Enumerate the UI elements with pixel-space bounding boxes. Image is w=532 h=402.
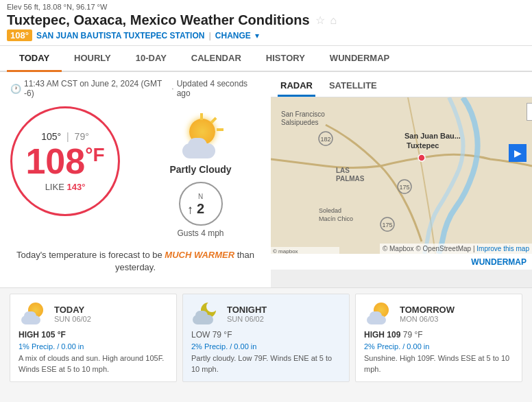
svg-text:Salsipuedes: Salsipuedes (281, 119, 318, 126)
card-low-tonight: LOW 79 °F (191, 330, 232, 340)
attribution-text: © Mapbox © OpenStreetMap | (383, 245, 476, 252)
map-tab-radar[interactable]: RADAR (278, 76, 315, 97)
left-panel: 🕐 11:43 AM CST on June 2, 2024 (GMT -6) … (0, 72, 271, 287)
card-header-tomorrow: TOMORROW MON 06/03 (364, 301, 513, 326)
mini-cloud-icon-tomorrow (367, 316, 386, 324)
card-date-tomorrow: MON 06/03 (400, 315, 455, 323)
map-area: 182 175 175 San Francisco Salsipuedes LA… (271, 97, 532, 254)
svg-text:Soledad: Soledad (319, 207, 341, 214)
updated-text: · (171, 84, 173, 93)
feels-like: LIKE 143° (45, 182, 86, 192)
card-low-tomorrow: 79 °F (403, 330, 423, 340)
forecast-card-today: TODAY SUN 06/02 HIGH 105 °F 1% Precip. /… (10, 294, 177, 382)
nav-tabs: TODAY HOURLY 10-DAY CALENDAR HISTORY WUN… (0, 46, 532, 72)
forecast-cards: TODAY SUN 06/02 HIGH 105 °F 1% Precip. /… (0, 287, 532, 388)
svg-text:182: 182 (320, 136, 330, 143)
wind-direction-label: N (198, 193, 203, 200)
svg-text:San Francisco: San Francisco (281, 110, 325, 118)
page-title: Tuxtepec, Oaxaca, Mexico Weather Conditi… (7, 12, 310, 28)
card-date-today: SUN 06/02 (54, 315, 91, 323)
tab-wundermap[interactable]: WUNDERMAP (317, 46, 402, 72)
feels-like-label: LIKE (45, 182, 64, 192)
conditions-panel: Partly Cloudy N 2 ↓ Gusts 4 mph (141, 106, 261, 238)
station-temp-badge: 108° (7, 29, 32, 41)
wundermap-button[interactable]: WUNDERMAP (471, 257, 527, 267)
clock-icon: 🕐 (10, 84, 21, 94)
forecast-card-tomorrow: TOMORROW MON 06/03 HIGH 109 79 °F 2% Pre… (355, 294, 522, 382)
tab-hourly[interactable]: HOURLY (62, 46, 123, 72)
forecast-card-tonight: TONIGHT SUN 06/02 LOW 79 °F 2% Precip. /… (182, 294, 350, 382)
card-precip-tomorrow[interactable]: 2% Precip. / 0.00 in (364, 342, 513, 351)
map-expand-button[interactable]: ▶ (509, 144, 527, 162)
timestamp: 🕐 11:43 AM CST on June 2, 2024 (GMT -6) … (10, 79, 261, 98)
tab-calendar[interactable]: CALENDAR (179, 46, 254, 72)
card-precip-tonight[interactable]: 2% Precip. / 0.00 in (191, 342, 341, 351)
svg-text:© mapbox: © mapbox (273, 248, 298, 254)
favorite-icon[interactable]: ☆ (315, 14, 325, 27)
tab-10day[interactable]: 10-DAY (123, 46, 179, 72)
tab-history[interactable]: HISTORY (254, 46, 317, 72)
map-zoom-out-button[interactable]: − (527, 103, 532, 121)
card-temps-tomorrow: HIGH 109 79 °F (364, 330, 513, 340)
card-temps-tonight: LOW 79 °F (191, 330, 341, 340)
map-attribution: © Mapbox © OpenStreetMap | Improve this … (380, 244, 532, 254)
wundermap-link: WUNDERMAP (271, 254, 532, 270)
feels-like-value: 143° (66, 182, 85, 192)
tomorrow-weather-icon (364, 301, 394, 326)
card-desc-today: A mix of clouds and sun. High around 105… (19, 353, 168, 375)
tab-today[interactable]: TODAY (7, 46, 62, 72)
change-link[interactable]: CHANGE (215, 31, 251, 40)
svg-text:Tuxtepec: Tuxtepec (407, 141, 439, 150)
card-precip-today[interactable]: 1% Precip. / 0.00 in (19, 342, 168, 351)
home-icon[interactable]: ⌂ (330, 14, 337, 27)
mini-moon-cloud-icon (193, 315, 213, 324)
cloud-icon (182, 143, 215, 158)
card-day-tomorrow: TOMORROW (400, 305, 455, 315)
temp-circle: 105° | 79° 108°F LIKE 143° (10, 106, 120, 216)
temp-low: 79° (75, 131, 89, 142)
svg-text:PALMAS: PALMAS (336, 175, 365, 182)
forecast-text-part1: Today's temperature is forecast to be (16, 250, 165, 260)
svg-text:Macín Chico: Macín Chico (319, 215, 353, 222)
separator: | (208, 30, 210, 40)
svg-text:San Juan Bau...: San Juan Bau... (404, 132, 461, 140)
map-svg: 182 175 175 San Francisco Salsipuedes LA… (271, 97, 532, 254)
temp-high: 105° (41, 131, 61, 142)
temp-range: 105° | 79° (41, 131, 89, 142)
card-high-tomorrow: HIGH 109 (364, 330, 400, 340)
svg-text:LAS: LAS (336, 167, 350, 174)
main-temperature: 108°F (25, 143, 104, 179)
map-tabs: RADAR SATELLITE (271, 72, 532, 97)
svg-text:175: 175 (382, 222, 392, 228)
tonight-weather-icon (191, 301, 221, 326)
svg-text:175: 175 (399, 184, 409, 191)
temp-unit: °F (85, 143, 104, 165)
wind-speed-value: 2 (197, 202, 204, 215)
wind-arrow-icon: ↓ (187, 204, 193, 218)
separator: | (66, 131, 69, 142)
chevron-down-icon: ▾ (255, 31, 259, 40)
temp-value: 108 (25, 141, 85, 181)
forecast-text: Today's temperature is forecast to be MU… (10, 249, 261, 274)
weather-display: 105° | 79° 108°F LIKE 143° (10, 106, 261, 238)
card-desc-tonight: Partly cloudy. Low 79F. Winds ENE at 5 t… (191, 353, 341, 375)
wind-compass: N 2 ↓ (179, 182, 223, 226)
right-panel: RADAR SATELLITE 182 175 (271, 72, 532, 287)
card-date-tonight: SUN 06/02 (227, 315, 267, 323)
card-high-today: HIGH 105 °F (19, 330, 66, 340)
card-header-tonight: TONIGHT SUN 06/02 (191, 301, 341, 326)
updated-label: Updated 4 seconds ago (177, 79, 261, 98)
gusts-label: Gusts 4 mph (177, 228, 223, 238)
card-desc-tomorrow: Sunshine. High 109F. Winds ESE at 5 to 1… (364, 353, 513, 375)
improve-map-link[interactable]: Improve this map (476, 245, 529, 252)
map-tab-satellite[interactable]: SATELLITE (326, 76, 380, 97)
temp-circle-container: 105° | 79° 108°F LIKE 143° (10, 106, 127, 216)
today-weather-icon (19, 301, 49, 326)
condition-icon (177, 113, 225, 161)
top-bar: Elev 56 ft, 18.08 °N, 96.17 °W Tuxtepec,… (0, 0, 532, 46)
svg-point-15 (418, 154, 425, 161)
card-temps-today: HIGH 105 °F (19, 330, 168, 340)
card-header-today: TODAY SUN 06/02 (19, 301, 168, 326)
elevation-info: Elev 56 ft, 18.08 °N, 96.17 °W (7, 3, 525, 11)
station-name[interactable]: SAN JUAN BAUTISTA TUXTEPEC STATION (36, 31, 205, 40)
